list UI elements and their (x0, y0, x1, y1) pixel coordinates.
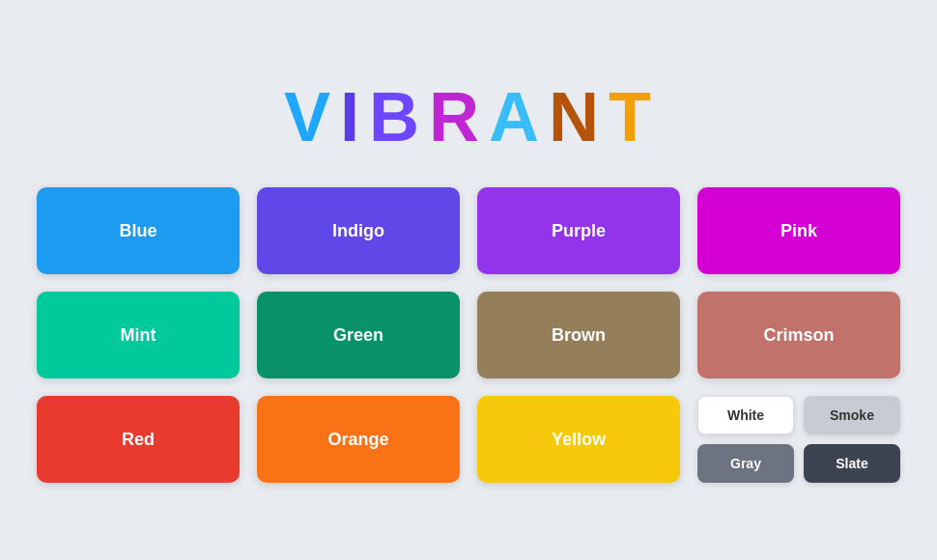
title-letter: B (369, 77, 421, 156)
color-grid: BlueIndigoPurplePinkMintGreenBrownCrimso… (37, 187, 900, 483)
color-card-red[interactable]: Red (37, 396, 240, 483)
title: VIBRANT (284, 77, 653, 156)
color-card-orange[interactable]: Orange (257, 396, 460, 483)
mini-card-gray[interactable]: Gray (697, 444, 794, 483)
mini-card-white[interactable]: White (697, 396, 794, 434)
color-card-yellow[interactable]: Yellow (477, 396, 680, 483)
title-letter: R (429, 77, 481, 156)
mini-card-slate[interactable]: Slate (804, 444, 900, 483)
color-card-brown[interactable]: Brown (477, 292, 680, 378)
color-card-green[interactable]: Green (257, 292, 460, 378)
color-card-indigo[interactable]: Indigo (257, 187, 460, 274)
color-card-purple[interactable]: Purple (477, 187, 680, 274)
title-letter: V (284, 77, 332, 156)
color-card-blue[interactable]: Blue (37, 187, 240, 274)
color-card-mint[interactable]: Mint (37, 292, 240, 378)
mini-color-group: WhiteSmokeGraySlate (697, 396, 900, 483)
title-letter: I (340, 77, 361, 156)
color-card-crimson[interactable]: Crimson (697, 292, 900, 378)
mini-card-smoke[interactable]: Smoke (804, 396, 900, 434)
title-letter: A (489, 77, 541, 156)
title-letter: N (549, 77, 601, 156)
title-letter: T (609, 77, 653, 156)
color-card-pink[interactable]: Pink (697, 187, 900, 274)
